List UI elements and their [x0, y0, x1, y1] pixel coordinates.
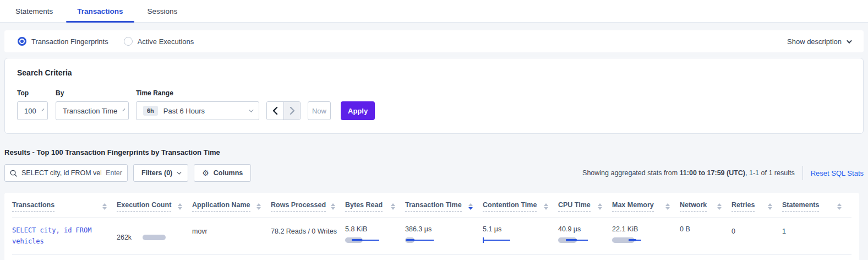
- time-range-label: Time Range: [136, 89, 259, 97]
- sort-icon[interactable]: [717, 203, 722, 210]
- max-memory-value: 22.1 KiB: [612, 225, 672, 233]
- radio-transaction-fingerprints[interactable]: Transaction Fingerprints: [18, 37, 108, 46]
- gear-icon: ⚙: [202, 169, 209, 177]
- chevron-down-icon: [847, 38, 852, 44]
- columns-button-label: Columns: [214, 169, 243, 177]
- columns-button[interactable]: ⚙ Columns: [194, 164, 251, 182]
- toolbar-right: Showing aggregated stats from 11:00 to 1…: [582, 166, 864, 180]
- top-field: Top 100: [17, 89, 48, 120]
- max-memory-bar-chart: [612, 237, 672, 243]
- chevron-down-icon: [123, 109, 125, 111]
- search-query-text: SELECT city, id FROM vehicles W: [21, 169, 101, 177]
- time-range-select[interactable]: 6h Past 6 Hours: [136, 101, 259, 120]
- chevron-right-icon: [290, 107, 295, 115]
- tab-transactions[interactable]: Transactions: [65, 0, 135, 22]
- column-header-cpu-time[interactable]: CPU Time: [558, 193, 612, 218]
- search-icon: [10, 170, 17, 177]
- column-header-contention-time[interactable]: Contention Time: [483, 193, 558, 218]
- radio-selected-icon[interactable]: [18, 37, 26, 46]
- sort-icon[interactable]: [768, 203, 772, 210]
- show-description-label: Show description: [787, 37, 842, 46]
- tab-statements-label: Statements: [15, 7, 53, 15]
- tab-transactions-label: Transactions: [77, 7, 123, 15]
- search-input[interactable]: SELECT city, id FROM vehicles W Enter: [4, 164, 128, 182]
- column-header-retries[interactable]: Retries: [731, 193, 782, 218]
- sort-icon-active-desc[interactable]: [468, 203, 473, 210]
- chevron-down-icon: [41, 109, 44, 111]
- cell-max-memory: 22.1 KiB: [612, 218, 680, 254]
- cell-transaction: SELECT city, id FROM vehicles: [12, 218, 117, 254]
- chevron-down-icon: [249, 107, 253, 112]
- column-header-transactions[interactable]: Transactions: [12, 193, 117, 218]
- by-select[interactable]: Transaction Time: [56, 101, 129, 120]
- radio-unselected-icon[interactable]: [124, 37, 133, 46]
- time-next-button[interactable]: [283, 102, 300, 120]
- apply-button[interactable]: Apply: [341, 101, 375, 120]
- show-description-toggle[interactable]: Show description: [787, 37, 850, 46]
- cell-transaction-time: 386.3 µs: [405, 218, 483, 254]
- transaction-time-bar-chart: [405, 237, 475, 243]
- sort-icon[interactable]: [665, 203, 670, 210]
- stats-suffix: , 1-1 of 1 results: [745, 169, 795, 177]
- application-name-value: movr: [192, 228, 208, 235]
- time-prev-button[interactable]: [267, 102, 283, 120]
- sort-icon[interactable]: [544, 203, 548, 210]
- sort-icon[interactable]: [598, 203, 602, 210]
- cpu-time-bar-chart: [558, 237, 604, 243]
- radio-fingerprints-label: Transaction Fingerprints: [31, 37, 108, 46]
- search-criteria-title: Search Criteria: [17, 68, 851, 77]
- table-header-row: Transactions Execution Count Application…: [12, 193, 851, 218]
- time-range-badge: 6h: [143, 106, 158, 116]
- now-button[interactable]: Now: [308, 101, 331, 120]
- view-toggle-bar: Transaction Fingerprints Active Executio…: [4, 30, 864, 52]
- aggregated-stats-text: Showing aggregated stats from 11:00 to 1…: [582, 169, 795, 177]
- cell-statements: 1: [782, 218, 851, 254]
- contention-time-value: 5.1 µs: [483, 225, 550, 233]
- transaction-fingerprint-link[interactable]: SELECT city, id FROM vehicles: [12, 226, 92, 245]
- execution-count-value: 262k: [117, 234, 132, 241]
- sort-icon[interactable]: [331, 203, 335, 210]
- radio-active-executions[interactable]: Active Executions: [124, 37, 194, 46]
- column-header-rows-processed[interactable]: Rows Processed: [271, 193, 345, 218]
- statements-value: 1: [782, 228, 786, 235]
- execution-count-bar: [143, 235, 166, 240]
- sort-icon[interactable]: [837, 203, 842, 210]
- cell-application-name: movr: [192, 218, 271, 254]
- radio-active-executions-label: Active Executions: [138, 37, 194, 46]
- sort-icon[interactable]: [102, 203, 107, 210]
- cell-contention-time: 5.1 µs: [483, 218, 558, 254]
- tab-sessions[interactable]: Sessions: [135, 0, 190, 22]
- stats-prefix: Showing aggregated stats from: [582, 169, 680, 177]
- sort-icon[interactable]: [178, 203, 182, 210]
- rows-processed-value: 78.2 Reads / 0 Writes: [271, 228, 337, 235]
- column-header-network[interactable]: Network: [680, 193, 731, 218]
- sort-icon[interactable]: [256, 203, 261, 210]
- cell-rows-processed: 78.2 Reads / 0 Writes: [271, 218, 345, 254]
- column-header-application-name[interactable]: Application Name: [192, 193, 271, 218]
- search-criteria-controls: Top 100 By Transaction Time Time Range 6…: [17, 89, 851, 120]
- time-range-field: Time Range 6h Past 6 Hours: [136, 89, 259, 120]
- sort-icon[interactable]: [391, 203, 395, 210]
- cell-execution-count: 262k: [117, 218, 192, 254]
- column-header-max-memory[interactable]: Max Memory: [612, 193, 680, 218]
- by-label: By: [56, 89, 129, 97]
- time-range-arrows: [266, 101, 301, 120]
- results-heading: Results - Top 100 Transaction Fingerprin…: [4, 148, 864, 156]
- search-enter-hint[interactable]: Enter: [106, 169, 122, 177]
- column-header-execution-count[interactable]: Execution Count: [117, 193, 192, 218]
- column-header-bytes-read[interactable]: Bytes Read: [345, 193, 405, 218]
- by-field: By Transaction Time: [56, 89, 129, 120]
- transaction-time-value: 386.3 µs: [405, 225, 475, 233]
- cell-cpu-time: 40.9 µs: [558, 218, 612, 254]
- tab-statements[interactable]: Statements: [3, 0, 65, 22]
- column-header-transaction-time[interactable]: Transaction Time: [405, 193, 483, 218]
- column-header-statements[interactable]: Statements: [782, 193, 851, 218]
- tab-sessions-label: Sessions: [148, 7, 178, 15]
- apply-button-label: Apply: [348, 107, 368, 115]
- cell-retries: 0: [731, 218, 782, 254]
- filters-button[interactable]: Filters (0): [133, 164, 188, 182]
- reset-sql-stats-link[interactable]: Reset SQL Stats: [811, 169, 864, 177]
- bytes-read-value: 5.8 KiB: [345, 225, 397, 233]
- top-select[interactable]: 100: [17, 101, 48, 120]
- search-criteria-panel: Search Criteria Top 100 By Transaction T…: [4, 58, 864, 134]
